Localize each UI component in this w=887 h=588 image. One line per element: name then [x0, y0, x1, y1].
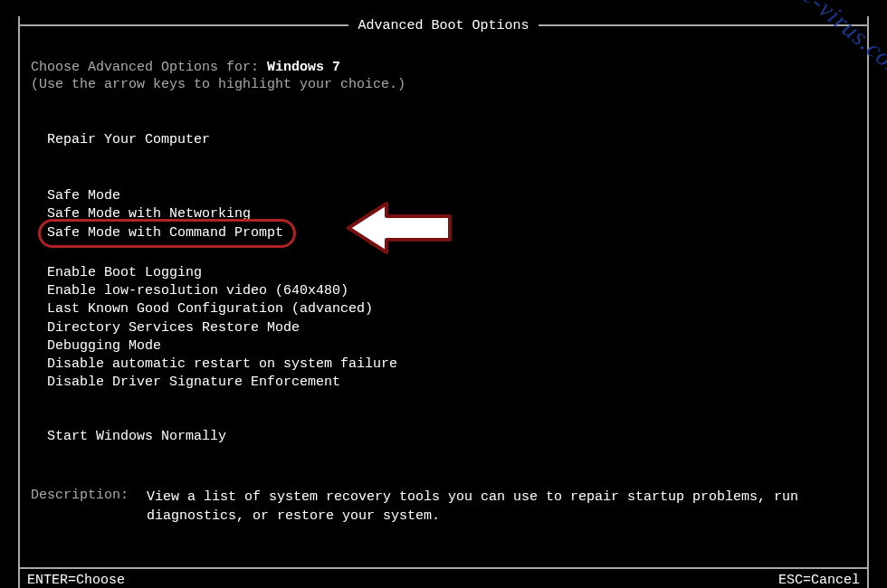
page-title: Advanced Boot Options	[348, 18, 538, 33]
esc-hint: ESC=Cancel	[778, 573, 860, 588]
option-safe-mode-cmd-wrap: Safe Mode with Command Prompt	[47, 224, 283, 242]
option-last-known-good[interactable]: Last Known Good Configuration (advanced)	[47, 300, 856, 318]
os-name: Windows 7	[267, 60, 340, 75]
option-safe-mode-networking[interactable]: Safe Mode with Networking	[47, 205, 856, 223]
boot-options-panel: Advanced Boot Options Choose Advanced Op…	[18, 16, 869, 588]
title-row: Advanced Boot Options	[20, 16, 867, 34]
option-low-res-video[interactable]: Enable low-resolution video (640x480)	[47, 282, 856, 300]
option-safe-mode[interactable]: Safe Mode	[47, 187, 856, 205]
option-repair[interactable]: Repair Your Computer	[31, 132, 856, 147]
bottom-bar: ENTER=Choose ESC=Cancel	[20, 567, 867, 589]
option-debugging[interactable]: Debugging Mode	[47, 337, 856, 356]
option-boot-logging[interactable]: Enable Boot Logging	[47, 264, 856, 282]
choose-prefix: Choose Advanced Options for:	[31, 60, 267, 75]
content-area: Choose Advanced Options for: Windows 7 (…	[20, 34, 867, 535]
title-line-right	[539, 24, 867, 26]
description-label: Description:	[31, 488, 147, 526]
option-safe-mode-cmd[interactable]: Safe Mode with Command Prompt	[47, 224, 283, 242]
options-group-2: Enable Boot Logging Enable low-resolutio…	[31, 264, 856, 393]
enter-hint: ENTER=Choose	[27, 573, 125, 588]
hint-text: (Use the arrow keys to highlight your ch…	[31, 77, 856, 92]
option-disable-auto-restart[interactable]: Disable automatic restart on system fail…	[47, 356, 856, 374]
option-ds-restore[interactable]: Directory Services Restore Mode	[47, 319, 856, 337]
description-row: Description: View a list of system recov…	[31, 488, 856, 526]
options-group-1: Safe Mode Safe Mode with Networking Safe…	[31, 187, 856, 242]
description-text: View a list of system recovery tools you…	[147, 488, 856, 526]
choose-line: Choose Advanced Options for: Windows 7	[31, 60, 856, 75]
title-line-left	[20, 24, 348, 26]
option-disable-driver-sig[interactable]: Disable Driver Signature Enforcement	[47, 374, 856, 392]
option-start-normally[interactable]: Start Windows Normally	[31, 429, 856, 444]
